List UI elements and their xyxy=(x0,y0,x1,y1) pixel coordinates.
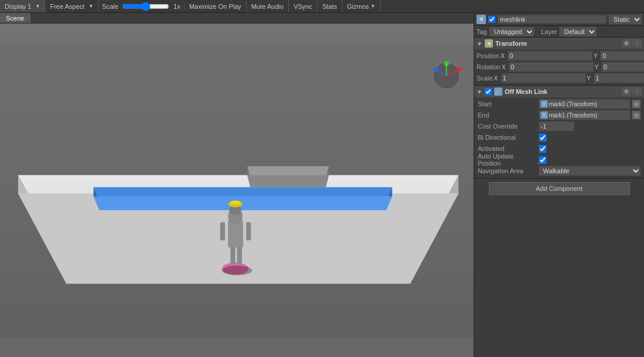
gizmos-button[interactable]: Gizmos ▼ xyxy=(343,0,381,12)
vsync-button[interactable]: VSync xyxy=(289,0,318,12)
object-icon: ⊞ xyxy=(477,15,486,24)
position-xyz: X Y Z xyxy=(501,51,644,60)
transform-title: Transform xyxy=(495,40,619,47)
scale-x-input[interactable] xyxy=(501,73,586,83)
chevron-down-icon: ▼ xyxy=(371,4,375,9)
end-select-button[interactable]: ◎ xyxy=(632,111,640,119)
chevron-down-icon: ▼ xyxy=(35,4,40,9)
tag-layer-row: Tag Untagged Layer Default xyxy=(474,26,644,38)
transform-settings-button[interactable]: ⚙ xyxy=(622,39,631,48)
activated-checkbox[interactable] xyxy=(539,145,546,153)
end-field-row: End T mark1 (Transform) ◎ xyxy=(477,110,642,120)
inspector-header: ⊞ Static xyxy=(474,13,644,26)
object-active-checkbox[interactable] xyxy=(488,16,495,23)
rotation-x-input[interactable] xyxy=(509,62,593,72)
stats-button[interactable]: Stats xyxy=(317,0,342,12)
off-mesh-link-menu-button[interactable]: ⋮ xyxy=(632,87,642,96)
svg-rect-16 xyxy=(237,246,242,264)
svg-rect-19 xyxy=(246,222,251,240)
display-selector[interactable]: Display 1 ▼ xyxy=(0,0,45,12)
tab-scene[interactable]: Scene xyxy=(0,13,31,23)
position-x-input[interactable] xyxy=(508,51,592,60)
scene-svg: X Y Z xyxy=(0,23,474,357)
svg-point-23 xyxy=(230,200,240,204)
scene-view: Scene xyxy=(0,13,474,357)
fold-icon: ▼ xyxy=(477,41,482,47)
auto-update-checkbox[interactable] xyxy=(539,156,546,164)
svg-text:X: X xyxy=(461,66,464,70)
rotation-y-input[interactable] xyxy=(602,62,644,72)
end-object-ref: T mark1 (Transform) xyxy=(539,110,630,120)
scale-y-input[interactable] xyxy=(594,73,644,83)
scene-3d: X Y Z xyxy=(0,23,474,357)
rotation-xyz: X Y Z xyxy=(502,62,644,72)
tag-dropdown[interactable]: Untagged xyxy=(489,27,534,36)
nav-area-field-row: Navigation Area Walkable xyxy=(477,166,642,176)
cost-override-field-row: Cost Override xyxy=(477,121,642,132)
off-mesh-link-component: ▼ 🔗 Off Mesh Link ⚙ ⋮ Start T mark0 (Tra… xyxy=(474,86,644,178)
transform-ref-icon: T xyxy=(541,112,548,119)
toolbar: Display 1 ▼ Free Aspect ▼ Scale 1x Maxim… xyxy=(0,0,644,13)
svg-marker-8 xyxy=(93,196,392,210)
off-mesh-link-enabled-checkbox[interactable] xyxy=(485,88,492,95)
bi-directional-field-row: Bi Directional xyxy=(477,132,642,143)
transform-ref-icon: T xyxy=(541,100,548,107)
off-mesh-link-body: Start T mark0 (Transform) ◎ End T mark1 … xyxy=(474,97,644,178)
svg-rect-15 xyxy=(230,246,235,264)
scale-slider[interactable] xyxy=(122,4,169,9)
inspector-panel: ⊞ Static Tag Untagged Layer Default ▼ xyxy=(474,13,644,357)
off-mesh-link-header[interactable]: ▼ 🔗 Off Mesh Link ⚙ ⋮ xyxy=(474,86,644,97)
main-content: Scene xyxy=(0,13,644,357)
scale-xyz: X Y Z xyxy=(494,73,644,83)
off-mesh-link-icon: 🔗 xyxy=(494,87,502,96)
off-mesh-link-settings-button[interactable]: ⚙ xyxy=(622,87,631,96)
start-object-ref: T mark0 (Transform) xyxy=(539,99,630,109)
transform-header[interactable]: ▼ ⊕ Transform ⚙ ⋮ xyxy=(474,38,644,49)
scale-row: Scale X Y Z xyxy=(477,73,642,83)
transform-component: ▼ ⊕ Transform ⚙ ⋮ Position X Y xyxy=(474,38,644,86)
svg-text:Y: Y xyxy=(448,59,451,64)
svg-marker-12 xyxy=(247,175,329,187)
position-row: Position X Y Z xyxy=(477,50,642,61)
maximize-on-play-button[interactable]: Maximize On Play xyxy=(185,0,247,12)
fold-icon: ▼ xyxy=(477,89,482,95)
cost-override-input[interactable] xyxy=(539,122,574,131)
bi-directional-checkbox[interactable] xyxy=(539,134,546,142)
transform-menu-button[interactable]: ⋮ xyxy=(632,39,642,48)
chevron-down-icon: ▼ xyxy=(89,4,93,9)
start-field-row: Start T mark0 (Transform) ◎ xyxy=(477,99,642,109)
position-y-input[interactable] xyxy=(601,51,644,60)
mute-audio-button[interactable]: Mute Audio xyxy=(247,0,289,12)
transform-icon: ⊕ xyxy=(485,39,493,48)
aspect-label: Free Aspect xyxy=(50,3,85,10)
svg-text:Z: Z xyxy=(432,66,435,70)
svg-rect-18 xyxy=(220,222,225,240)
scale-value: 1x xyxy=(173,3,180,10)
svg-point-14 xyxy=(222,265,252,275)
off-mesh-link-title: Off Mesh Link xyxy=(505,88,619,95)
auto-update-field-row: Auto Update Position xyxy=(477,154,642,165)
layer-dropdown[interactable]: Default xyxy=(559,27,596,36)
nav-area-dropdown[interactable]: Walkable xyxy=(539,166,640,176)
static-dropdown[interactable]: Static xyxy=(609,15,642,24)
start-select-button[interactable]: ◎ xyxy=(632,100,640,108)
aspect-selector[interactable]: Free Aspect ▼ xyxy=(45,0,99,12)
scene-canvas[interactable]: X Y Z xyxy=(0,23,474,357)
transform-buttons: ⚙ ⋮ xyxy=(622,39,642,48)
object-name-input[interactable] xyxy=(498,15,606,23)
off-mesh-link-buttons: ⚙ ⋮ xyxy=(622,87,642,96)
scene-tab-bar: Scene xyxy=(0,13,474,23)
transform-body: Position X Y Z Rotation X xyxy=(474,49,644,85)
rotation-row: Rotation X Y Z xyxy=(477,62,642,72)
scale-label: Scale xyxy=(102,3,119,10)
add-component-button[interactable]: Add Component xyxy=(489,182,630,195)
svg-point-26 xyxy=(456,68,461,72)
display-label: Display 1 xyxy=(5,3,31,10)
scale-control: Scale 1x xyxy=(99,3,185,10)
